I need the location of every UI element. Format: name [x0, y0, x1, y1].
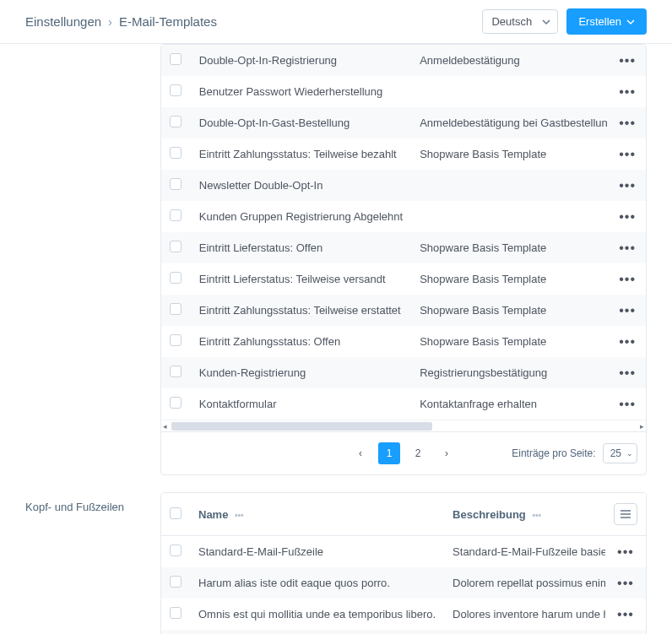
- row-actions-button[interactable]: •••: [619, 178, 636, 192]
- cell-name: Doloribus dolorum explicabo numquam.: [190, 630, 444, 634]
- row-actions-button[interactable]: •••: [619, 272, 636, 286]
- page-size-select[interactable]: 25 ⌄: [603, 443, 637, 463]
- cell-desc: [411, 170, 631, 201]
- page-size-value: 25: [610, 447, 621, 459]
- cell-desc: Shopware Basis Template: [411, 263, 631, 295]
- chevron-right-icon: ›: [108, 14, 112, 29]
- table-row[interactable]: Eintritt Zahlungsstatus: Teilweise bezah…: [161, 138, 646, 170]
- row-checkbox[interactable]: [170, 241, 182, 252]
- cell-desc: [411, 201, 631, 232]
- table-row[interactable]: Harum alias iste odit eaque quos porro.D…: [161, 567, 646, 599]
- chevron-down-icon: [626, 18, 635, 26]
- language-select[interactable]: Deutsch: [482, 9, 558, 34]
- row-checkbox[interactable]: [170, 576, 182, 588]
- row-actions-button[interactable]: •••: [617, 576, 634, 590]
- page-next[interactable]: ›: [436, 442, 458, 464]
- select-all-checkbox[interactable]: [170, 507, 182, 519]
- cell-type: Kontaktformular: [191, 388, 411, 420]
- cell-name: Harum alias iste odit eaque quos porro.: [190, 567, 444, 599]
- cell-type: Benutzer Passwort Wiederherstellung: [191, 76, 411, 107]
- breadcrumb: Einstellungen › E-Mail-Templates: [25, 14, 217, 29]
- table-row[interactable]: Eintritt Lieferstatus: Teilweise versand…: [161, 263, 646, 295]
- chevron-down-icon: ⌄: [626, 449, 633, 458]
- templates-grid: Double-Opt-In-RegistrierungAnmeldebestät…: [160, 44, 647, 475]
- breadcrumb-settings[interactable]: Einstellungen: [25, 14, 101, 29]
- create-button-label: Erstellen: [578, 15, 621, 28]
- row-actions-button[interactable]: •••: [617, 607, 634, 621]
- row-actions-button[interactable]: •••: [619, 397, 636, 411]
- table-row[interactable]: Omnis est qui mollitia unde ea temporibu…: [161, 599, 646, 630]
- row-checkbox[interactable]: [170, 84, 182, 96]
- cell-type: Kunden Gruppen Registrierung Abgelehnt: [191, 201, 411, 232]
- section-label-templates: [25, 44, 160, 52]
- row-actions-button[interactable]: •••: [619, 84, 636, 99]
- sort-icon: •••: [532, 511, 541, 520]
- row-checkbox[interactable]: [170, 178, 182, 190]
- table-row[interactable]: Eintritt Lieferstatus: OffenShopware Bas…: [161, 232, 646, 263]
- row-checkbox[interactable]: [170, 147, 182, 159]
- column-header-desc-label: Beschreibung: [453, 508, 526, 521]
- row-actions-button[interactable]: •••: [619, 241, 636, 255]
- table-row[interactable]: Double-Opt-In-RegistrierungAnmeldebestät…: [161, 45, 646, 76]
- cell-desc: Shopware Basis Template: [411, 326, 631, 357]
- horizontal-scrollbar[interactable]: ◂ ▸: [161, 420, 646, 431]
- row-actions-button[interactable]: •••: [619, 147, 636, 161]
- footers-grid: Name ••• Beschreibung •••: [160, 492, 647, 634]
- page-prev[interactable]: ‹: [350, 442, 371, 464]
- table-row[interactable]: Standard-E-Mail-FußzeileStandard-E-Mail-…: [161, 536, 646, 568]
- table-row[interactable]: Eintritt Zahlungsstatus: OffenShopware B…: [161, 326, 646, 357]
- row-actions-button[interactable]: •••: [617, 545, 634, 559]
- cell-desc: Registrierungsbestätigung: [411, 357, 631, 388]
- row-actions-button[interactable]: •••: [619, 366, 636, 380]
- table-row[interactable]: Kunden-RegistrierungRegistrierungsbestät…: [161, 357, 646, 388]
- cell-type: Eintritt Zahlungsstatus: Teilweise bezah…: [191, 138, 411, 170]
- language-select-value: Deutsch: [491, 15, 532, 28]
- row-actions-button[interactable]: •••: [619, 303, 636, 317]
- row-checkbox[interactable]: [170, 272, 182, 284]
- column-header-name-label: Name: [198, 508, 228, 521]
- row-actions-button[interactable]: •••: [619, 334, 636, 349]
- table-row[interactable]: Benutzer Passwort Wiederherstellung•••: [161, 76, 646, 107]
- row-actions-button[interactable]: •••: [619, 209, 636, 224]
- table-row[interactable]: Double-Opt-In-Gast-BestellungAnmeldebest…: [161, 107, 646, 138]
- cell-type: Eintritt Lieferstatus: Offen: [191, 232, 411, 263]
- table-row[interactable]: Newsletter Double-Opt-In•••: [161, 170, 646, 201]
- row-checkbox[interactable]: [170, 303, 182, 315]
- grid-settings-button[interactable]: [614, 503, 637, 525]
- row-checkbox[interactable]: [170, 397, 182, 409]
- page-header: Einstellungen › E-Mail-Templates Deutsch…: [0, 0, 672, 44]
- table-row[interactable]: KontaktformularKontaktanfrage erhalten••…: [161, 388, 646, 420]
- page-1[interactable]: 1: [378, 442, 400, 464]
- row-checkbox[interactable]: [170, 209, 182, 221]
- cell-name: Omnis est qui mollitia unde ea temporibu…: [190, 599, 444, 630]
- cell-desc: Anmeldebestätigung bei Gastbestellungen: [411, 107, 631, 138]
- table-row[interactable]: Kunden Gruppen Registrierung Abgelehnt••…: [161, 201, 646, 232]
- cell-desc: Shopware Basis Template: [411, 138, 631, 170]
- create-button[interactable]: Erstellen: [566, 8, 647, 35]
- cell-type: Eintritt Zahlungsstatus: Offen: [191, 326, 411, 357]
- row-checkbox[interactable]: [170, 53, 182, 65]
- cell-name: Standard-E-Mail-Fußzeile: [190, 536, 444, 568]
- pagination: ‹ 1 2 › Einträge pro Seite: 25 ⌄: [161, 431, 646, 474]
- column-header-name[interactable]: Name •••: [190, 493, 444, 536]
- row-checkbox[interactable]: [170, 545, 182, 556]
- cell-type: Double-Opt-In-Registrierung: [191, 45, 411, 76]
- row-checkbox[interactable]: [170, 607, 182, 619]
- per-page-label: Einträge pro Seite:: [512, 447, 595, 459]
- cell-desc: Anmeldebestätigung: [411, 45, 631, 76]
- breadcrumb-templates: E-Mail-Templates: [119, 14, 217, 29]
- cell-type: Eintritt Lieferstatus: Teilweise versand…: [191, 263, 411, 295]
- row-checkbox[interactable]: [170, 366, 182, 377]
- row-actions-button[interactable]: •••: [619, 116, 636, 130]
- table-row[interactable]: Doloribus dolorum explicabo numquam.Eaqu…: [161, 630, 646, 634]
- page-2[interactable]: 2: [407, 442, 429, 464]
- row-checkbox[interactable]: [170, 116, 182, 127]
- table-row[interactable]: Eintritt Zahlungsstatus: Teilweise ersta…: [161, 295, 646, 326]
- row-checkbox[interactable]: [170, 334, 182, 346]
- cell-desc: Kontaktanfrage erhalten: [411, 388, 631, 420]
- scroll-thumb[interactable]: [171, 422, 432, 431]
- cell-desc: Shopware Basis Template: [411, 232, 631, 263]
- row-actions-button[interactable]: •••: [619, 53, 636, 68]
- section-label-footers: Kopf- und Fußzeilen: [25, 492, 160, 513]
- cell-type: Double-Opt-In-Gast-Bestellung: [191, 107, 411, 138]
